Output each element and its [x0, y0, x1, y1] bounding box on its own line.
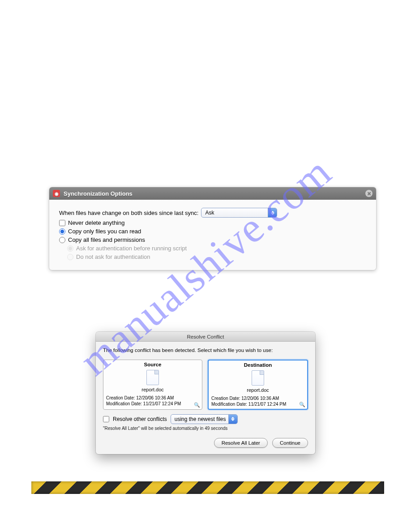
source-header: Source: [103, 360, 202, 369]
magnify-icon[interactable]: 🔍: [194, 402, 199, 408]
caution-stripe: [31, 481, 384, 494]
source-filename: report.doc: [103, 387, 202, 392]
source-creation-date: Creation Date: 12/20/06 10:36 AM: [106, 395, 199, 401]
auto-select-note: "Resolve All Later" will be selected aut…: [103, 426, 308, 431]
magnify-icon[interactable]: 🔍: [299, 402, 304, 407]
sync-prompt-label: When files have change on both sides sin…: [59, 210, 198, 216]
conflict-body: The following conflict has been detected…: [96, 342, 315, 454]
auth-ask-label: Ask for authentication before running sc…: [76, 245, 187, 252]
destination-header: Destination: [209, 360, 307, 369]
document-icon: [146, 370, 159, 385]
copy-all-radio[interactable]: [59, 237, 65, 243]
resolve-all-later-button[interactable]: Resolve All Later: [214, 438, 268, 448]
copy-all-label: Copy all files and permissions: [68, 236, 145, 243]
close-icon[interactable]: ✕: [365, 190, 372, 197]
source-file-card[interactable]: Source report.doc Creation Date: 12/20/0…: [103, 360, 202, 410]
document-icon: [252, 370, 264, 386]
sync-options-panel: ◉ Synchronization Options ✕ When files h…: [49, 187, 376, 270]
resolve-dropdown-value: using the newest files: [175, 416, 226, 422]
copy-read-label: Copy only files you can read: [68, 228, 141, 235]
conflict-titlebar: Resolve Conflict: [96, 332, 315, 342]
source-modification-date: Modification Date: 11/21/07 12:24 PM: [106, 401, 199, 407]
destination-creation-date: Creation Date: 12/20/06 10:36 AM: [211, 395, 304, 401]
conflict-instructions: The following conflict has been detected…: [103, 347, 308, 354]
sync-body: When files have change on both sides sin…: [49, 200, 376, 270]
resolve-other-checkbox[interactable]: [103, 416, 109, 422]
app-icon: ◉: [53, 190, 60, 197]
destination-modification-date: Modification Date: 11/21/07 12:24 PM: [211, 401, 304, 407]
never-delete-checkbox[interactable]: [59, 220, 65, 226]
dropdown-stepper-icon: [268, 208, 277, 217]
continue-button[interactable]: Continue: [272, 438, 308, 448]
conflict-behavior-dropdown[interactable]: Ask: [201, 208, 277, 218]
resolve-strategy-dropdown[interactable]: using the newest files: [171, 414, 238, 424]
copy-read-radio[interactable]: [59, 228, 65, 235]
resolve-other-label: Resolve other conflicts: [113, 416, 167, 422]
never-delete-label: Never delete anything: [68, 219, 124, 226]
auth-no-radio: [67, 254, 73, 260]
dropdown-stepper-icon: [228, 415, 237, 424]
sync-titlebar: ◉ Synchronization Options ✕: [49, 187, 376, 200]
sync-title: Synchronization Options: [64, 190, 133, 197]
dropdown-value: Ask: [205, 210, 214, 216]
destination-filename: report.doc: [209, 387, 307, 393]
resolve-conflict-panel: Resolve Conflict The following conflict …: [96, 332, 315, 454]
auth-no-label: Do not ask for authentication: [76, 253, 150, 260]
conflict-title: Resolve Conflict: [187, 334, 224, 339]
auth-ask-radio: [67, 245, 73, 252]
destination-file-card[interactable]: Destination report.doc Creation Date: 12…: [208, 360, 308, 410]
